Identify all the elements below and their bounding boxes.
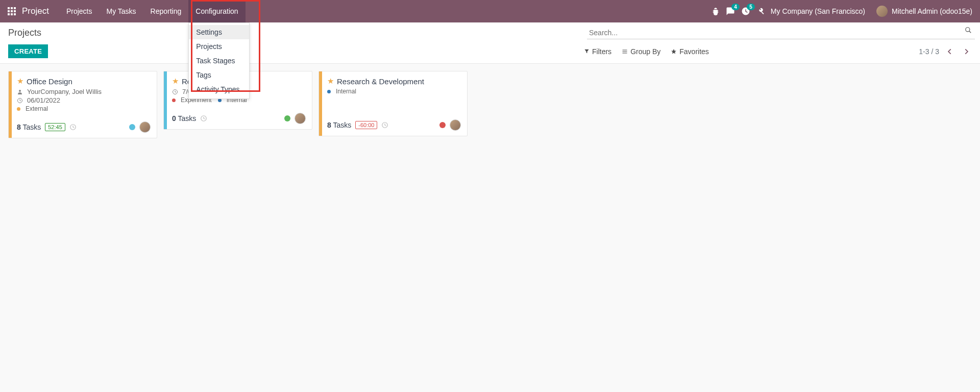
pager-prev[interactable] — [944, 47, 955, 56]
svg-rect-2 — [14, 7, 16, 9]
configuration-dropdown: Settings Projects Task Stages Tags Activ… — [188, 22, 250, 99]
menu-my-tasks[interactable]: My Tasks — [100, 0, 143, 22]
groupby-button[interactable]: Group By — [622, 47, 660, 56]
status-indicator[interactable] — [129, 124, 135, 130]
time-badge: 52:45 — [45, 123, 65, 131]
menu-projects[interactable]: Projects — [59, 0, 100, 22]
clock-icon — [172, 89, 179, 95]
svg-rect-4 — [11, 10, 13, 12]
messaging-badge: 4 — [731, 4, 740, 10]
svg-rect-6 — [8, 13, 10, 15]
messaging-icon[interactable]: 4 — [726, 7, 735, 16]
svg-point-14 — [19, 90, 21, 92]
dropdown-tags[interactable]: Tags — [189, 68, 249, 82]
tasks-link[interactable]: 0 Tasks — [172, 114, 196, 122]
page-title: Projects — [8, 28, 41, 38]
dropdown-task-stages[interactable]: Task Stages — [189, 54, 249, 68]
svg-rect-7 — [11, 13, 13, 15]
menu-reporting[interactable]: Reporting — [143, 0, 189, 22]
list-icon — [622, 48, 628, 55]
app-brand[interactable]: Project — [22, 6, 49, 16]
clock-icon — [17, 97, 24, 104]
control-panel: Projects CREATE Filters Group By Favorit… — [0, 22, 980, 64]
filters-button[interactable]: Filters — [584, 47, 611, 56]
activity-clock-icon[interactable] — [200, 115, 207, 122]
project-customer: YourCompany, Joel Willis — [27, 88, 102, 95]
tag-label: External — [26, 105, 48, 112]
svg-rect-3 — [8, 10, 10, 12]
assignee-avatar[interactable] — [450, 119, 461, 131]
pager-text: 1-3 / 3 — [919, 47, 939, 56]
svg-rect-5 — [14, 10, 16, 12]
debug-icon[interactable] — [712, 7, 720, 15]
svg-rect-0 — [8, 7, 10, 9]
svg-line-10 — [969, 31, 971, 33]
dropdown-activity-types[interactable]: Activity Types — [189, 82, 249, 96]
tag-dot — [17, 107, 20, 111]
status-indicator[interactable] — [439, 122, 446, 128]
search-input[interactable] — [587, 27, 975, 39]
dropdown-projects[interactable]: Projects — [189, 39, 249, 54]
time-badge: -60:00 — [355, 121, 377, 129]
user-menu[interactable]: Mitchell Admin (odoo15e) — [876, 6, 972, 17]
svg-rect-1 — [11, 7, 13, 9]
project-title: Research & Development — [337, 77, 424, 86]
search-icon[interactable] — [965, 27, 972, 39]
star-icon — [671, 48, 677, 55]
filters-label: Filters — [592, 47, 611, 56]
favorite-star-icon[interactable]: ★ — [172, 77, 179, 86]
svg-rect-8 — [14, 13, 16, 15]
menu-configuration[interactable]: Configuration Settings Projects Task Sta… — [188, 0, 245, 22]
activities-icon[interactable]: 5 — [741, 7, 750, 16]
assignee-avatar[interactable] — [295, 113, 306, 124]
pager-next[interactable] — [961, 47, 972, 56]
menu-configuration-label: Configuration — [195, 7, 238, 15]
project-card[interactable]: ★ Research & Development Internal 8 Task… — [318, 71, 468, 136]
main-menu: Projects My Tasks Reporting Configuratio… — [59, 0, 246, 22]
user-avatar-icon — [876, 6, 888, 17]
favorite-star-icon[interactable]: ★ — [17, 77, 23, 86]
company-selector[interactable]: My Company (San Francisco) — [771, 7, 865, 15]
user-name: Mitchell Admin (odoo15e) — [892, 7, 972, 15]
tasks-link[interactable]: 8 Tasks — [327, 121, 351, 129]
favorites-button[interactable]: Favorites — [671, 47, 709, 56]
person-icon — [17, 89, 24, 95]
kanban-view: ★ Office Design YourCompany, Joel Willis… — [0, 64, 980, 145]
status-indicator[interactable] — [284, 115, 290, 121]
activity-clock-icon[interactable] — [381, 121, 388, 129]
developer-tools-icon[interactable] — [756, 7, 765, 15]
assignee-avatar[interactable] — [139, 121, 151, 133]
top-navbar: Project Projects My Tasks Reporting Conf… — [0, 0, 980, 22]
svg-point-9 — [966, 28, 970, 32]
favorite-star-icon[interactable]: ★ — [327, 77, 334, 86]
create-button[interactable]: CREATE — [8, 44, 48, 58]
tag-label: Internal — [336, 88, 356, 95]
tag-dot — [327, 90, 331, 93]
pager: 1-3 / 3 — [919, 47, 972, 56]
project-title: Office Design — [27, 77, 72, 86]
tag-dot — [172, 99, 176, 102]
tasks-link[interactable]: 8 Tasks — [17, 123, 41, 131]
dropdown-settings[interactable]: Settings — [189, 25, 249, 39]
groupby-label: Group By — [630, 47, 660, 56]
favorites-label: Favorites — [679, 47, 709, 56]
apps-icon[interactable] — [8, 7, 16, 15]
filter-icon — [584, 48, 590, 54]
activity-clock-icon[interactable] — [69, 124, 77, 131]
activities-badge: 5 — [747, 4, 755, 10]
nav-right: 4 5 My Company (San Francisco) Mitchell … — [712, 6, 972, 17]
project-date: 06/01/2022 — [27, 96, 60, 104]
project-card[interactable]: ★ Office Design YourCompany, Joel Willis… — [8, 71, 157, 138]
